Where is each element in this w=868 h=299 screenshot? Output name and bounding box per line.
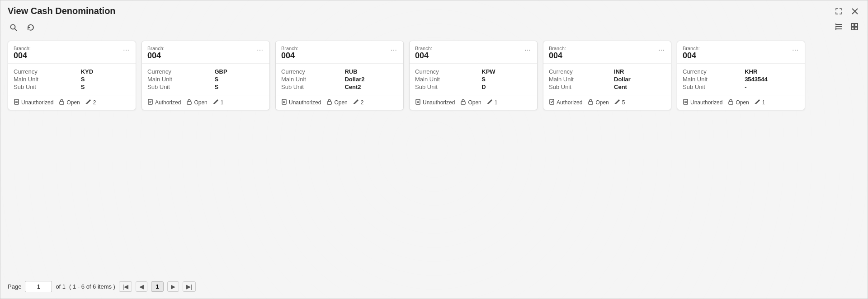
refresh-button[interactable]: [25, 23, 37, 33]
branch-label: Branch:: [549, 46, 566, 51]
svg-rect-12: [851, 27, 854, 30]
page-label: Page: [8, 283, 21, 290]
status-item: Authorized: [549, 99, 582, 106]
list-view-button[interactable]: [833, 22, 845, 33]
page-of: of 1: [56, 283, 66, 290]
lock-icon: [588, 99, 594, 106]
svg-rect-35: [684, 99, 688, 104]
card-footer: Unauthorized Open 2: [8, 95, 136, 110]
currency-label: Currency: [415, 68, 476, 75]
card-header: Branch: 004 ⋯: [142, 41, 269, 64]
card-branch-info: Branch: 004: [683, 46, 700, 61]
branch-value: 004: [14, 51, 31, 61]
branch-value: 004: [281, 51, 298, 61]
prev-page-button[interactable]: ◀: [136, 281, 147, 292]
status-doc-icon: [14, 99, 19, 106]
card-menu-button[interactable]: ⋯: [122, 46, 130, 55]
status-badge: Authorized: [557, 99, 582, 106]
last-page-button[interactable]: ▶|: [183, 281, 196, 292]
card-menu-button[interactable]: ⋯: [657, 46, 665, 55]
main-unit-label: Main Unit: [683, 76, 739, 83]
count-item: 2: [353, 99, 364, 106]
edit-icon: [755, 99, 760, 106]
lock-value: Open: [595, 99, 609, 106]
svg-rect-22: [282, 99, 286, 104]
edit-icon: [614, 99, 620, 106]
card-footer: Unauthorized Open 2: [276, 95, 403, 110]
sub-unit-label: Sub Unit: [147, 84, 209, 90]
first-page-button[interactable]: |◀: [119, 281, 132, 292]
count-item: 5: [614, 99, 625, 106]
currency-label: Currency: [549, 68, 609, 75]
count-value: 2: [93, 99, 96, 106]
lock-value: Open: [66, 99, 80, 106]
currency-label: Currency: [14, 68, 75, 75]
edit-icon: [85, 99, 91, 106]
close-button[interactable]: [849, 7, 860, 16]
card-footer: Unauthorized Open 1: [410, 95, 537, 110]
card-footer: Unauthorized Open 1: [677, 95, 805, 110]
lock-value: Open: [334, 99, 347, 106]
main-unit-value: S: [481, 76, 532, 83]
lock-icon: [728, 99, 734, 106]
maximize-button[interactable]: [833, 7, 844, 16]
sub-unit-value: Cent: [614, 84, 665, 90]
status-doc-icon: [147, 99, 153, 106]
page-items-info: ( 1 - 6 of 6 items ): [69, 283, 115, 290]
pagination-bar: Page of 1 ( 1 - 6 of 6 items ) |◀ ◀ 1 ▶ …: [0, 276, 868, 299]
main-unit-label: Main Unit: [549, 76, 609, 83]
card-menu-button[interactable]: ⋯: [390, 46, 398, 55]
branch-value: 004: [683, 51, 700, 61]
sub-unit-label: Sub Unit: [683, 84, 739, 90]
card-header: Branch: 004 ⋯: [8, 41, 136, 64]
main-unit-label: Main Unit: [14, 76, 75, 83]
card-footer: Authorized Open 5: [543, 95, 671, 110]
status-item: Unauthorized: [281, 99, 321, 106]
page-number-button[interactable]: 1: [151, 281, 163, 292]
status-badge: Unauthorized: [289, 99, 321, 106]
next-page-button[interactable]: ▶: [167, 281, 179, 292]
grid-view-button[interactable]: [849, 22, 860, 33]
currency-value: GBP: [214, 68, 264, 75]
card-header: Branch: 004 ⋯: [276, 41, 403, 64]
svg-rect-33: [589, 102, 593, 104]
card-header: Branch: 004 ⋯: [677, 41, 805, 64]
lock-icon: [186, 99, 192, 106]
card-branch-info: Branch: 004: [147, 46, 165, 61]
sub-unit-label: Sub Unit: [415, 84, 476, 90]
search-button[interactable]: [8, 23, 19, 33]
card-menu-button[interactable]: ⋯: [524, 46, 532, 55]
svg-rect-14: [14, 99, 19, 104]
branch-label: Branch:: [281, 46, 298, 51]
count-value: 1: [762, 99, 765, 106]
sub-unit-value: S: [214, 84, 264, 90]
svg-rect-11: [855, 23, 858, 26]
sub-unit-value: -: [745, 84, 799, 90]
card-body: Currency RUB Main Unit Dollar2 Sub Unit …: [276, 64, 403, 95]
status-badge: Unauthorized: [423, 99, 455, 106]
lock-item: Open: [59, 99, 80, 106]
sub-unit-value: Cent2: [344, 84, 398, 90]
card-menu-button[interactable]: ⋯: [791, 46, 799, 55]
svg-rect-27: [416, 99, 420, 104]
status-item: Unauthorized: [683, 99, 722, 106]
status-doc-icon: [549, 99, 555, 106]
status-doc-icon: [683, 99, 689, 106]
lock-icon: [460, 99, 466, 106]
currency-value: KHR: [745, 68, 799, 75]
card-menu-button[interactable]: ⋯: [256, 46, 264, 55]
title-bar: View Cash Denomination: [0, 0, 868, 20]
svg-line-3: [15, 29, 17, 31]
status-badge: Unauthorized: [21, 99, 53, 106]
card-body: Currency INR Main Unit Dollar Sub Unit C…: [543, 64, 671, 95]
svg-rect-38: [729, 102, 733, 104]
branch-value: 004: [415, 51, 432, 61]
svg-point-2: [11, 25, 15, 29]
count-item: 2: [85, 99, 96, 106]
currency-label: Currency: [147, 68, 209, 75]
main-unit-label: Main Unit: [281, 76, 339, 83]
count-value: 1: [221, 99, 224, 106]
card-footer: Authorized Open 1: [142, 95, 269, 110]
title-actions: [833, 7, 860, 16]
page-input[interactable]: [25, 281, 52, 292]
